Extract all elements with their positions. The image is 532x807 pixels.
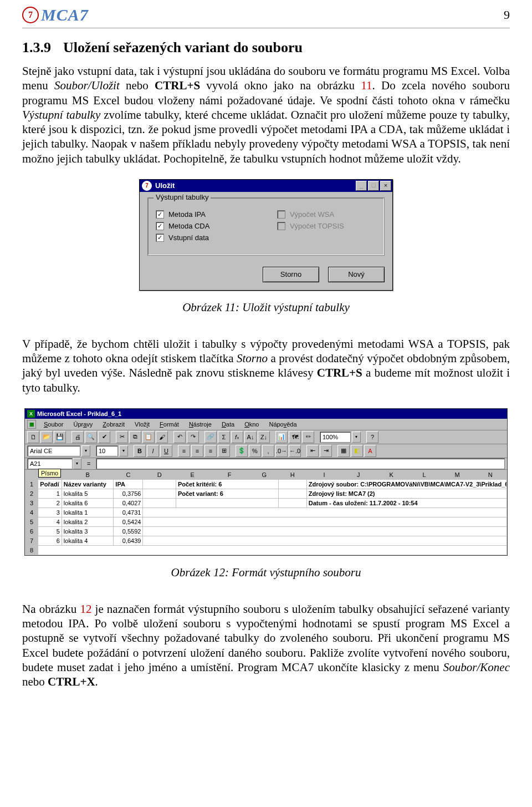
currency-icon[interactable]: 💲 <box>236 445 248 457</box>
cell[interactable]: 0,6439 <box>114 536 143 545</box>
col-C[interactable]: C <box>114 470 143 479</box>
fill-color-icon[interactable]: ◧ <box>351 445 363 457</box>
cell[interactable] <box>143 507 507 517</box>
underline-icon[interactable]: U <box>160 445 172 457</box>
col-F[interactable]: F <box>209 470 250 479</box>
zoom-box[interactable]: 100% <box>320 432 351 443</box>
cell[interactable]: 5 <box>38 526 62 536</box>
preview-icon[interactable]: 🔍 <box>85 431 97 443</box>
cell[interactable] <box>278 498 306 507</box>
cell[interactable]: Počet variant: 6 <box>176 489 278 498</box>
cell[interactable]: 4 <box>38 517 62 526</box>
font-size-dropdown-icon[interactable]: ▾ <box>119 445 128 456</box>
row-header[interactable]: 6 <box>25 526 38 536</box>
cell[interactable] <box>38 545 507 555</box>
row-header[interactable]: 2 <box>25 489 38 498</box>
cell[interactable]: Název varianty <box>62 479 113 489</box>
align-center-icon[interactable]: ≡ <box>191 445 203 457</box>
cut-icon[interactable]: ✂ <box>116 431 128 443</box>
col-E[interactable]: E <box>176 470 208 479</box>
cell[interactable] <box>143 526 507 536</box>
cell[interactable] <box>143 498 176 507</box>
cell[interactable]: 0,4027 <box>114 498 143 507</box>
name-box-dropdown-icon[interactable]: ▾ <box>73 458 81 469</box>
align-right-icon[interactable]: ≡ <box>204 445 217 457</box>
merge-icon[interactable]: ⊞ <box>218 445 230 457</box>
cell[interactable]: 1 <box>38 489 62 498</box>
col-B[interactable]: B <box>62 470 113 479</box>
autosum-icon[interactable]: Σ <box>218 431 230 443</box>
zoom-dropdown-icon[interactable]: ▾ <box>352 432 361 443</box>
chart-icon[interactable]: 📊 <box>275 431 288 443</box>
cell[interactable] <box>278 489 306 498</box>
cell[interactable]: 2 <box>38 498 62 507</box>
cell[interactable]: 6 <box>38 536 62 545</box>
cell[interactable] <box>176 498 278 507</box>
paste-icon[interactable]: 📋 <box>142 431 155 443</box>
font-size-box[interactable]: 10 <box>96 445 118 456</box>
cell[interactable] <box>143 517 507 526</box>
col-I[interactable]: I <box>306 470 342 479</box>
drawing-icon[interactable]: ✏ <box>302 431 314 443</box>
row-header[interactable]: 1 <box>25 479 38 489</box>
save-icon[interactable]: 💾 <box>54 431 66 443</box>
select-all-corner[interactable] <box>25 470 38 479</box>
menu-okno[interactable]: Okno <box>240 421 263 428</box>
row-header[interactable]: 7 <box>25 536 38 545</box>
new-icon[interactable]: 🗋 <box>27 431 39 443</box>
menu-zobrazit[interactable]: Zobrazit <box>98 421 129 428</box>
cell[interactable] <box>143 479 176 489</box>
formula-input[interactable] <box>96 458 505 469</box>
menu-nastroje[interactable]: Nástroje <box>185 421 216 428</box>
close-button[interactable]: × <box>380 181 391 191</box>
undo-icon[interactable]: ↶ <box>173 431 186 443</box>
format-painter-icon[interactable]: 🖌 <box>156 431 168 443</box>
menu-format[interactable]: Formát <box>155 421 183 428</box>
cell[interactable] <box>143 536 507 545</box>
cell[interactable]: IPA <box>114 479 143 489</box>
col-J[interactable]: J <box>342 470 375 479</box>
cell[interactable]: Pořadí <box>38 479 62 489</box>
sort-desc-icon[interactable]: Z↓ <box>258 431 270 443</box>
cell[interactable]: lokalita 1 <box>62 507 113 517</box>
checkbox-input-data[interactable]: ✓ <box>156 234 164 242</box>
row-header[interactable]: 4 <box>25 507 38 517</box>
cell[interactable] <box>278 479 306 489</box>
increase-decimal-icon[interactable]: .0→ <box>275 445 288 457</box>
cell[interactable]: 0,5592 <box>114 526 143 536</box>
spell-icon[interactable]: ✔ <box>98 431 110 443</box>
percent-icon[interactable]: % <box>249 445 261 457</box>
col-K[interactable]: K <box>375 470 407 479</box>
cell[interactable]: Zdrojový soubor: C:\PROGRAMOVáNí\VB\MCA\… <box>306 479 507 489</box>
help-icon[interactable]: ? <box>366 431 378 443</box>
storno-button[interactable]: Storno <box>263 267 319 282</box>
col-N[interactable]: N <box>474 470 507 479</box>
col-D[interactable]: D <box>143 470 176 479</box>
col-H[interactable]: H <box>278 470 306 479</box>
print-icon[interactable]: 🖨 <box>71 431 84 443</box>
row-header[interactable]: 5 <box>25 517 38 526</box>
menu-napoveda[interactable]: Nápověda <box>264 421 301 428</box>
excel-grid[interactable]: A B C D E F G H I J K L M <box>25 470 507 555</box>
cell[interactable]: 0,3756 <box>114 489 143 498</box>
novy-button[interactable]: Nový <box>328 267 385 282</box>
font-box[interactable]: Arial CE <box>27 445 80 456</box>
cell[interactable]: lokalita 5 <box>62 489 113 498</box>
font-color-icon[interactable]: A <box>364 445 376 457</box>
menu-upravy[interactable]: Úpravy <box>69 421 97 428</box>
cell[interactable]: Zdrojový list: MCA7 (2) <box>306 489 507 498</box>
align-left-icon[interactable]: ≡ <box>178 445 190 457</box>
minimize-button[interactable]: _ <box>356 181 367 191</box>
row-header[interactable]: 3 <box>25 498 38 507</box>
map-icon[interactable]: 🗺 <box>289 431 301 443</box>
function-icon[interactable]: fₓ <box>231 431 243 443</box>
font-dropdown-icon[interactable]: ▾ <box>81 445 90 456</box>
cell[interactable] <box>143 489 176 498</box>
sort-asc-icon[interactable]: A↓ <box>244 431 257 443</box>
open-icon[interactable]: 📂 <box>40 431 53 443</box>
menu-vlozit[interactable]: Vložit <box>130 421 154 428</box>
indent-dec-icon[interactable]: ⇤ <box>306 445 319 457</box>
col-L[interactable]: L <box>408 470 441 479</box>
borders-icon[interactable]: ▦ <box>337 445 350 457</box>
maximize-button[interactable]: □ <box>368 181 379 191</box>
